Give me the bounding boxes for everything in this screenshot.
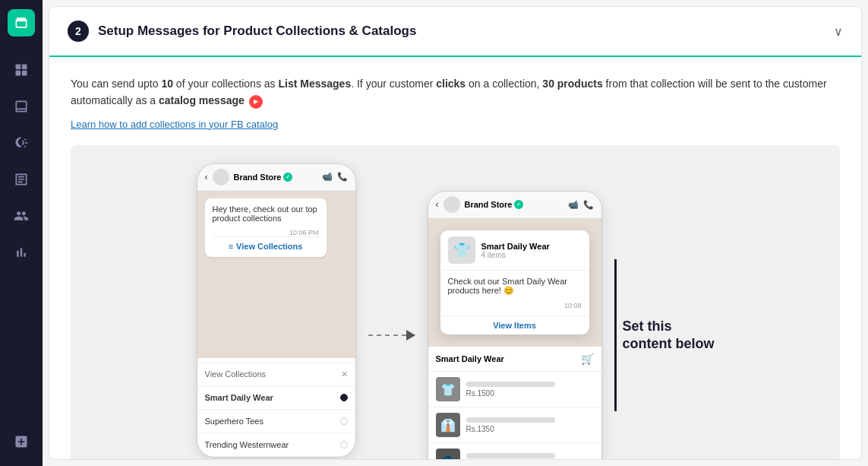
right-phone-call-icon: 📞 <box>583 200 594 210</box>
right-phone-avatar <box>443 196 460 213</box>
product-info-1: Rs.1500 <box>466 382 594 398</box>
right-video-call-icon: 📹 <box>568 200 579 210</box>
learn-link[interactable]: Learn how to add collections in your FB … <box>71 119 840 130</box>
list-item-2[interactable]: Superhero Tees <box>197 410 355 433</box>
view-collections-label: View Collections <box>236 242 302 251</box>
inbox-icon[interactable] <box>6 91 36 122</box>
product-thumb-2: 👔 <box>436 413 460 437</box>
right-phone: ‹ Brand Store ✓ 📹 📞 <box>428 191 602 460</box>
video-call-icon: 📹 <box>322 172 333 182</box>
section-title: Setup Messages for Product Collections &… <box>98 24 834 39</box>
product-price-bar-1 <box>466 382 556 387</box>
main-content: 2 Setup Messages for Product Collections… <box>49 6 862 460</box>
product-price-bar-2 <box>466 417 556 423</box>
sidebar <box>0 0 43 466</box>
svg-rect-0 <box>16 65 21 70</box>
product-list: Smart Daily Wear 🛒 👕 Rs.1500 <box>428 347 601 460</box>
description-text: You can send upto 10 of your collections… <box>71 75 840 109</box>
users-icon[interactable] <box>6 201 36 231</box>
megaphone-icon[interactable] <box>6 128 36 158</box>
step-badge: 2 <box>68 21 89 42</box>
catalog-title: Smart Daily Wear <box>481 242 582 251</box>
catalog-popup-body: Check out our Smart Daily Wear products … <box>440 271 589 315</box>
grid-icon[interactable] <box>6 55 36 85</box>
chat-text: Hey there, check out our top product col… <box>213 204 319 223</box>
product-thumb-3: 🧥 <box>436 449 460 460</box>
right-phone-body: 👕 Smart Daily Wear 4 items Check out our… <box>428 218 601 347</box>
list-panel-header: View Collections ✕ <box>197 363 355 386</box>
svg-rect-3 <box>22 71 27 76</box>
list-icon: ≡ <box>229 242 233 251</box>
catalog-popup-header: 👕 Smart Daily Wear 4 items <box>440 230 589 271</box>
catalog-info: Smart Daily Wear 4 items <box>481 242 582 259</box>
left-phone: ‹ Brand Store ✓ 📹 📞 <box>197 163 356 458</box>
chat-time: 10:06 PM <box>213 229 319 236</box>
left-phone-topbar: ‹ Brand Store ✓ 📹 📞 <box>197 164 355 191</box>
right-phone-back-icon: ‹ <box>436 199 439 210</box>
set-content-text: Set thiscontent below <box>623 318 715 353</box>
catalog-popup: 👕 Smart Daily Wear 4 items Check out our… <box>440 230 589 334</box>
right-phone-topbar: ‹ Brand Store ✓ 📹 📞 <box>428 192 601 218</box>
product-item-1: 👕 Rs.1500 <box>428 372 601 407</box>
left-phone-body: Hey there, check out our top product col… <box>197 191 355 358</box>
product-price-1: Rs.1500 <box>466 389 594 398</box>
catalog-body-text: Check out our Smart Daily Wear products … <box>448 277 582 296</box>
product-list-title: Smart Daily Wear <box>436 354 504 363</box>
section-header: 2 Setup Messages for Product Collections… <box>49 7 861 57</box>
list-header-text: View Collections <box>205 369 267 379</box>
set-content-annotation: Set thiscontent below <box>614 259 715 411</box>
product-item-2: 👔 Rs.1350 <box>428 407 601 443</box>
bracket <box>614 259 617 411</box>
product-list-header: Smart Daily Wear 🛒 <box>428 347 601 372</box>
cart-icon: 🛒 <box>581 353 594 365</box>
arrow-head <box>406 330 415 341</box>
right-phone-wrapper: ‹ Brand Store ✓ 📹 📞 <box>428 191 715 460</box>
verified-icon: ✓ <box>283 173 292 182</box>
list-item-1[interactable]: Smart Daily Wear <box>197 386 355 410</box>
section-content: You can send upto 10 of your collections… <box>49 57 861 460</box>
right-phone-store-name: Brand Store ✓ <box>465 200 563 209</box>
list-item-radio-2 <box>340 417 348 425</box>
product-thumb-1: 👕 <box>436 377 460 401</box>
left-phone-wrapper: ‹ Brand Store ✓ 📹 📞 <box>197 163 356 460</box>
view-collections-button[interactable]: ≡ View Collections <box>213 236 319 251</box>
list-item-label-1: Smart Daily Wear <box>205 393 273 402</box>
right-phone-actions: 📹 📞 <box>568 200 594 210</box>
illustration-area: ‹ Brand Store ✓ 📹 📞 <box>71 145 840 460</box>
dashed-line <box>368 334 406 336</box>
bracket-line <box>614 259 617 411</box>
product-info-3: Rs.1680 <box>466 453 594 460</box>
play-video-icon[interactable] <box>249 95 263 109</box>
catalog-time: 10:08 <box>448 302 582 309</box>
connecting-arrow <box>368 330 415 341</box>
svg-rect-1 <box>22 65 27 70</box>
left-phone-avatar <box>213 169 229 185</box>
list-item-label-3: Trending Westernwear <box>205 440 289 449</box>
left-phone-actions: 📹 📞 <box>322 172 348 182</box>
product-info-2: Rs.1350 <box>466 417 594 433</box>
app-logo[interactable] <box>8 9 35 36</box>
illustration-inner: ‹ Brand Store ✓ 📹 📞 <box>89 163 822 460</box>
catalog-thumb: 👕 <box>448 236 475 264</box>
left-phone-store-name: Brand Store ✓ <box>234 173 317 182</box>
list-item-radio-1 <box>340 394 348 401</box>
add-icon[interactable] <box>6 426 36 457</box>
chat-bubble: Hey there, check out our top product col… <box>205 198 327 257</box>
table-icon[interactable] <box>6 164 36 195</box>
product-price-bar-3 <box>466 453 556 458</box>
product-price-2: Rs.1350 <box>466 425 594 433</box>
view-items-button[interactable]: View Items <box>440 315 589 334</box>
svg-rect-2 <box>16 71 21 76</box>
catalog-items-count: 4 items <box>481 251 582 259</box>
list-close-icon[interactable]: ✕ <box>341 369 348 379</box>
phone-call-icon: 📞 <box>337 172 348 182</box>
bar-chart-icon[interactable] <box>6 237 36 268</box>
set-content-label: Set thiscontent below <box>623 318 715 353</box>
list-item-radio-3 <box>340 441 348 449</box>
list-item-3[interactable]: Trending Westernwear <box>197 433 355 457</box>
right-verified-icon: ✓ <box>514 200 523 209</box>
list-item-label-2: Superhero Tees <box>205 417 264 426</box>
list-panel: View Collections ✕ Smart Daily Wear Supe… <box>197 363 355 457</box>
chevron-down-icon[interactable]: ∨ <box>834 24 843 39</box>
left-phone-back-icon: ‹ <box>205 172 208 182</box>
